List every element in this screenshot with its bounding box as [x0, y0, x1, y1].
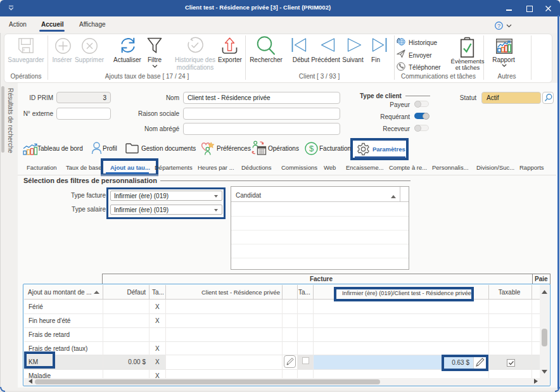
- svg-text:$: $: [309, 144, 314, 153]
- svg-text:?: ?: [497, 23, 500, 29]
